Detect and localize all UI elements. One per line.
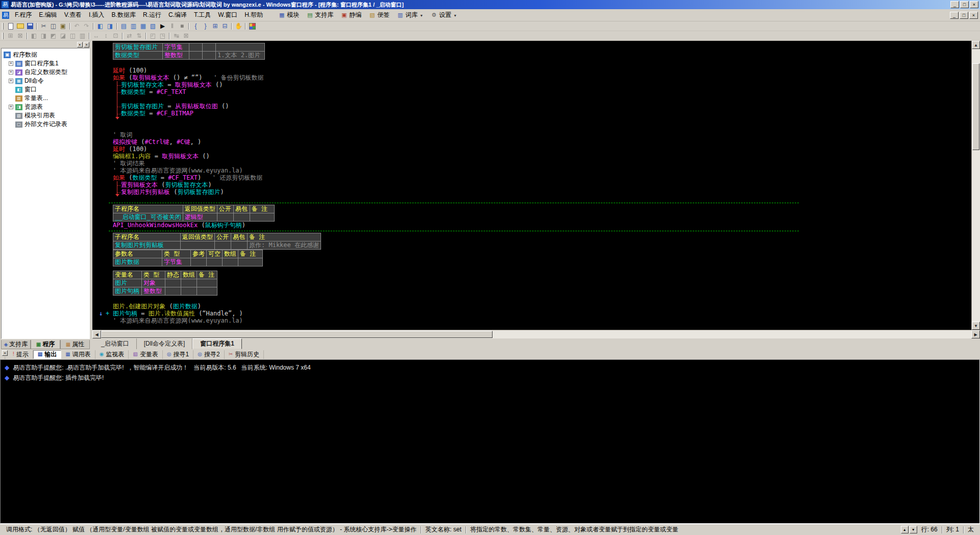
code-table[interactable]: 剪切板暂存图片字节集数据类型整数型1.文本 2.图片 <box>113 43 265 60</box>
code-table[interactable]: 子程序名返回值类型公开易包备 注复制图片到剪贴板原作: Mikkee 在此感谢 <box>113 233 321 250</box>
tree-item-module-references[interactable]: ▧模块引用表 <box>3 111 88 120</box>
hscroll-thumb[interactable] <box>101 331 493 338</box>
code-table[interactable]: 变量名类 型静态数组备 注图片对象图片句柄整数型 <box>113 271 217 296</box>
code-line[interactable]: 复制图片到剪贴板 (剪切板暂存图片) <box>113 188 971 196</box>
code-line[interactable]: 延时 (100) <box>113 67 971 74</box>
menu-module[interactable]: ▦模块 <box>275 9 303 21</box>
menu-help[interactable]: H.帮助 <box>241 9 266 21</box>
tab-startup-window[interactable]: _启动窗口 <box>94 338 137 349</box>
tree-item-external-files[interactable]: ▢外部文件记录表 <box>3 120 88 129</box>
menu-edit[interactable]: E.编辑 <box>35 9 60 21</box>
code-line[interactable]: ' 取词结果 <box>113 160 971 167</box>
tab-search-2[interactable]: ◎搜寻2 <box>193 350 224 359</box>
code-line[interactable] <box>113 124 971 131</box>
code-line[interactable]: API_UnhookWindowsHookEx (鼠标钩子句柄) <box>113 222 971 229</box>
menu-dictionary[interactable]: ▥词库▼ <box>393 9 427 21</box>
view-output-panel-button[interactable]: ▦ <box>138 22 148 31</box>
tree-item-window-program-set[interactable]: +▤窗口程序集1 <box>3 59 88 68</box>
tab-window-program-set[interactable]: 窗口程序集1 <box>192 338 242 349</box>
tree-item-custom-data-types[interactable]: +◪自定义数据类型 <box>3 68 88 77</box>
expand-icon[interactable]: + <box>9 61 13 66</box>
cut-button[interactable]: ✂ <box>39 22 48 31</box>
expand-all-button[interactable]: ⊞ <box>210 22 220 31</box>
code-line[interactable]: 数据类型 = #CF_BITMAP <box>113 110 971 117</box>
code-line[interactable] <box>113 117 971 124</box>
tree-item-window[interactable]: ◧窗口 <box>3 85 88 94</box>
drag-hand-button[interactable]: ✋ <box>234 22 243 31</box>
tree-root-program-data[interactable]: ▣ 程序数据 <box>3 50 88 59</box>
minimize-button[interactable]: _ <box>950 1 959 8</box>
plugin-manager-button[interactable] <box>248 22 257 31</box>
scroll-right-button[interactable]: ▶ <box>971 330 980 338</box>
menu-support-library[interactable]: ▤支持库 <box>303 9 337 21</box>
paste-button[interactable]: ▣ <box>58 22 68 31</box>
tab-program[interactable]: ▣程序 <box>31 340 60 349</box>
output-panel-grip[interactable]: ⋮ <box>3 356 7 359</box>
mdi-close-button[interactable]: × <box>969 12 978 19</box>
vscroll-thumb[interactable] <box>972 63 979 150</box>
menu-compile[interactable]: C.编译 <box>165 9 190 21</box>
code-line[interactable]: 图片.创建图片对象 (图片数据) <box>113 303 971 310</box>
code-line[interactable]: 如果 (取剪辑板文本 () ≠ “”) ' 备份剪切板数据 <box>113 74 971 81</box>
status-scroll-down-button[interactable]: ▼ <box>910 526 917 533</box>
tab-dll-command-table[interactable]: [Dll命令定义表] <box>137 338 193 349</box>
menu-database[interactable]: B.数据库 <box>108 9 139 21</box>
tab-output[interactable]: ▤输出 <box>33 350 61 359</box>
open-file-button[interactable] <box>15 22 25 31</box>
save-file-button[interactable] <box>25 22 35 31</box>
code-line[interactable]: 编辑框1.内容 = 取剪辑板文本 () <box>113 153 971 160</box>
code-line[interactable]: ' 取词 <box>113 131 971 138</box>
new-file-button[interactable] <box>6 22 15 31</box>
code-line[interactable]: 如果 (数据类型 = #CF_TEXT) ' 还原剪切板数据 <box>113 174 971 181</box>
code-line[interactable]: 剪切板暂存文本 = 取剪辑板文本 () <box>113 81 971 88</box>
view-info-panel-button[interactable]: ▧ <box>148 22 158 31</box>
tab-clip-history[interactable]: ✂剪辑历史 <box>225 350 264 359</box>
expand-icon[interactable]: + <box>9 79 13 83</box>
mdi-minimize-button[interactable]: _ <box>950 12 959 19</box>
tab-call-table[interactable]: ▦调用表 <box>61 350 95 359</box>
view-form-designer-button[interactable]: ▤ <box>119 22 129 31</box>
tab-watch-table[interactable]: ◉监视表 <box>95 350 129 359</box>
code-line[interactable] <box>113 60 971 67</box>
run-button[interactable]: ▶ <box>158 22 167 31</box>
maximize-button[interactable]: □ <box>960 1 969 8</box>
copy-button[interactable]: ◫ <box>48 22 58 31</box>
tree-item-resources-table[interactable]: +◨资源表 <box>3 103 88 111</box>
code-line[interactable]: 模拟按键 (#Ctrl键, #C键, ) <box>113 138 971 145</box>
toolbar-grip-2[interactable] <box>2 33 4 39</box>
menu-settings[interactable]: ⚙设置▼ <box>427 9 460 21</box>
status-scroll-up-button[interactable]: ▲ <box>901 526 909 533</box>
expand-icon[interactable]: + <box>9 105 13 109</box>
code-line[interactable]: ↓+图片句柄 = 图片.读数值属性 (“Handle”, ) <box>113 310 971 317</box>
menu-tools[interactable]: T.工具 <box>190 9 214 21</box>
code-editor[interactable]: 剪切板暂存图片字节集数据类型整数型1.文本 2.图片延时 (100)如果 (取剪… <box>92 41 971 330</box>
view-workspace-button[interactable]: ◧ <box>95 22 105 31</box>
scroll-up-button[interactable]: ▲ <box>972 41 980 49</box>
collapse-all-button[interactable]: ⊟ <box>220 22 230 31</box>
mdi-restore-button[interactable]: □ <box>960 12 968 19</box>
tab-variable-table[interactable]: ▧变量表 <box>129 350 162 359</box>
vscroll-track[interactable] <box>972 49 980 322</box>
scroll-left-button[interactable]: ◀ <box>92 330 101 338</box>
tree-item-dll-commands[interactable]: +▦Dll命令 <box>3 77 88 85</box>
code-line[interactable]: 剪切板暂存图片 = 从剪贴板取位图 () <box>113 103 971 110</box>
toolbar-grip[interactable] <box>2 23 4 30</box>
code-line[interactable]: 置剪辑板文本 (剪切板暂存文本) <box>113 181 971 188</box>
menu-window[interactable]: W.窗口 <box>214 9 241 21</box>
editor-horizontal-scrollbar[interactable]: ◀ ▶ <box>92 330 980 338</box>
menu-view[interactable]: V.查看 <box>61 9 85 21</box>
code-table[interactable]: 参数名类 型参考可空数组备 注图片数据字节集 <box>113 250 263 266</box>
code-line[interactable] <box>113 95 971 103</box>
tab-search-1[interactable]: ◎搜寻1 <box>163 350 193 359</box>
code-table[interactable]: 子程序名返回值类型公开易包备 注__启动窗口_可否被关闭逻辑型 <box>113 205 275 222</box>
panel-close-button[interactable]: × <box>84 42 89 47</box>
view-properties-button[interactable]: ◨ <box>105 22 115 31</box>
tab-support-library[interactable]: ◈支持库 <box>1 340 31 349</box>
code-line[interactable]: 数据类型 = #CF_TEXT <box>113 88 971 95</box>
code-line[interactable]: ' 本源码来自易语言资源网(www.eyuyan.la) <box>113 167 971 174</box>
scroll-down-button[interactable]: ▼ <box>972 322 980 330</box>
insert-code-block-button[interactable]: { <box>191 22 201 31</box>
view-code-editor-button[interactable]: ▥ <box>129 22 138 31</box>
mdi-system-menu-icon[interactable]: 易 <box>2 12 9 19</box>
menu-insert[interactable]: I.插入 <box>85 9 108 21</box>
